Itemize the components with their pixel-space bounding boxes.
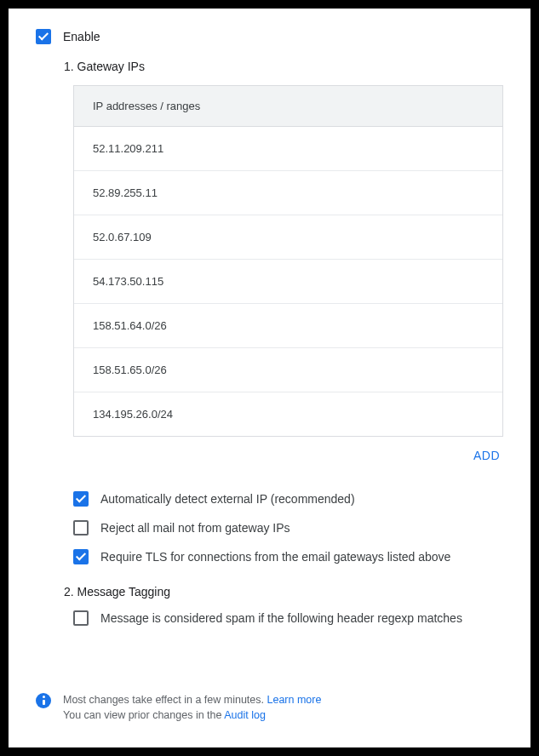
add-row: ADD bbox=[73, 444, 503, 467]
option-require-tls: Require TLS for connections from the ema… bbox=[73, 549, 503, 564]
enable-label: Enable bbox=[63, 30, 100, 43]
option-auto-detect: Automatically detect external IP (recomm… bbox=[73, 491, 503, 507]
table-row[interactable]: 54.173.50.115 bbox=[74, 260, 502, 304]
option-label: Automatically detect external IP (recomm… bbox=[100, 492, 355, 506]
footer-line1: Most changes take effect in a few minute… bbox=[63, 694, 267, 706]
option-label: Reject all mail not from gateway IPs bbox=[100, 521, 290, 535]
gateway-section-title: 1. Gateway IPs bbox=[64, 60, 503, 73]
footer-line2: You can view prior changes in the bbox=[63, 709, 224, 721]
reject-checkbox[interactable] bbox=[73, 520, 89, 536]
learn-more-link[interactable]: Learn more bbox=[267, 694, 321, 706]
info-icon bbox=[36, 693, 51, 708]
table-row[interactable]: 52.11.209.211 bbox=[74, 127, 502, 171]
settings-card: Enable 1. Gateway IPs IP addresses / ran… bbox=[9, 9, 530, 747]
ip-table-header: IP addresses / ranges bbox=[74, 86, 502, 127]
option-spam-regexp: Message is considered spam if the follow… bbox=[73, 610, 503, 626]
option-reject-non-gateway: Reject all mail not from gateway IPs bbox=[73, 520, 503, 536]
option-label: Message is considered spam if the follow… bbox=[100, 611, 462, 625]
audit-log-link[interactable]: Audit log bbox=[224, 709, 266, 721]
tagging-section-title: 2. Message Tagging bbox=[64, 585, 503, 598]
add-button[interactable]: ADD bbox=[470, 444, 503, 467]
table-row[interactable]: 158.51.65.0/26 bbox=[74, 348, 502, 392]
tls-checkbox[interactable] bbox=[73, 549, 89, 564]
spam-regexp-checkbox[interactable] bbox=[73, 610, 89, 626]
gateway-options: Automatically detect external IP (recomm… bbox=[73, 491, 503, 564]
table-row[interactable]: 134.195.26.0/24 bbox=[74, 392, 502, 436]
table-row[interactable]: 52.0.67.109 bbox=[74, 215, 502, 260]
table-row[interactable]: 52.89.255.11 bbox=[74, 171, 502, 215]
table-row[interactable]: 158.51.64.0/26 bbox=[74, 304, 502, 348]
footer-note: Most changes take effect in a few minute… bbox=[36, 692, 503, 724]
enable-row: Enable bbox=[36, 29, 503, 44]
ip-table: IP addresses / ranges 52.11.209.211 52.8… bbox=[73, 85, 503, 437]
enable-checkbox[interactable] bbox=[36, 29, 51, 44]
option-label: Require TLS for connections from the ema… bbox=[100, 550, 450, 564]
auto-detect-checkbox[interactable] bbox=[73, 491, 89, 507]
tagging-options: Message is considered spam if the follow… bbox=[73, 610, 503, 626]
footer-text: Most changes take effect in a few minute… bbox=[63, 692, 321, 724]
